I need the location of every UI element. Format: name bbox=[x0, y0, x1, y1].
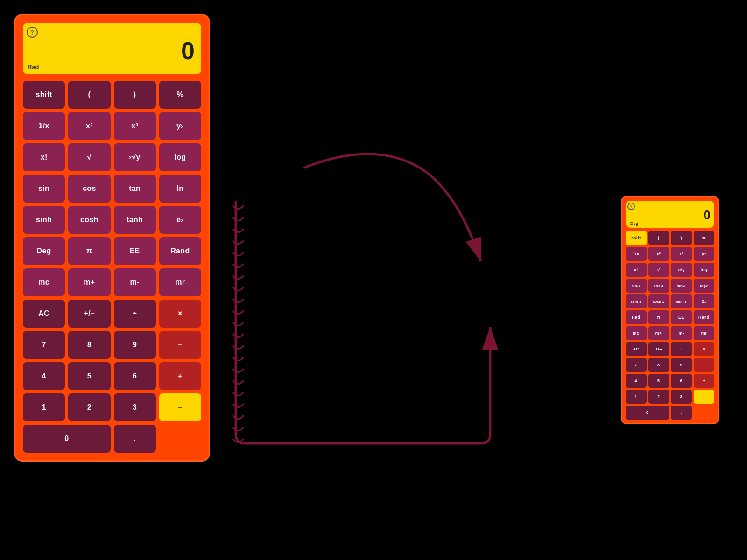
btn-five[interactable]: 5 bbox=[68, 362, 110, 390]
btn-exp[interactable]: ex bbox=[159, 206, 201, 234]
s-btn-mr[interactable]: mr bbox=[694, 326, 715, 340]
s-btn-xrooty[interactable]: x√y bbox=[671, 263, 692, 277]
btn-sin[interactable]: sin bbox=[23, 175, 65, 203]
s-btn-arctanh[interactable]: tanh-1 bbox=[671, 294, 692, 308]
s-btn-arccosh[interactable]: cosh-1 bbox=[648, 294, 669, 308]
s-btn-equals[interactable]: = bbox=[694, 390, 715, 404]
s-btn-reciprocal[interactable]: 1/x bbox=[626, 247, 647, 261]
s-btn-four[interactable]: 4 bbox=[626, 374, 647, 388]
s-btn-pi[interactable]: π bbox=[648, 310, 669, 324]
help-icon-small[interactable]: ? bbox=[627, 203, 635, 210]
s-btn-minus[interactable]: – bbox=[694, 358, 715, 372]
s-btn-seven[interactable]: 7 bbox=[626, 358, 647, 372]
btn-reciprocal[interactable]: 1/x bbox=[23, 112, 65, 140]
btn-cos[interactable]: cos bbox=[68, 175, 110, 203]
s-btn-cube[interactable]: x³ bbox=[671, 247, 692, 261]
btn-nine[interactable]: 9 bbox=[114, 331, 156, 359]
btn-sqrt[interactable]: √ bbox=[68, 143, 110, 171]
s-btn-mplus[interactable]: m+ bbox=[648, 326, 669, 340]
s-btn-six[interactable]: 6 bbox=[671, 374, 692, 388]
btn-power-y[interactable]: yx bbox=[159, 112, 201, 140]
s-btn-ee[interactable]: EE bbox=[671, 310, 692, 324]
btn-percent[interactable]: % bbox=[159, 81, 201, 109]
s-btn-ac[interactable]: AC bbox=[626, 342, 647, 356]
btn-open-paren[interactable]: ( bbox=[68, 81, 110, 109]
btn-factorial[interactable]: x! bbox=[23, 143, 65, 171]
s-btn-five[interactable]: 5 bbox=[648, 374, 669, 388]
btn-close-paren[interactable]: ) bbox=[114, 81, 156, 109]
button-grid-small: shift ( ) % 1/x x² x³ yx x! √ x√y log si… bbox=[626, 231, 714, 420]
btn-divide[interactable]: ÷ bbox=[114, 300, 156, 328]
btn-cube[interactable]: x³ bbox=[114, 112, 156, 140]
s-btn-one[interactable]: 1 bbox=[626, 390, 647, 404]
btn-xrooty[interactable]: x√y bbox=[114, 143, 156, 171]
s-btn-arcsinh[interactable]: sinh-1 bbox=[626, 294, 647, 308]
top-curve-arrow bbox=[303, 154, 481, 261]
s-btn-divide[interactable]: ÷ bbox=[671, 342, 692, 356]
squiggly-arrows bbox=[233, 205, 244, 442]
s-btn-log[interactable]: log bbox=[694, 263, 715, 277]
btn-pi[interactable]: π bbox=[68, 237, 110, 265]
s-btn-eight[interactable]: 8 bbox=[648, 358, 669, 372]
btn-one[interactable]: 1 bbox=[23, 393, 65, 421]
btn-multiply[interactable]: × bbox=[159, 300, 201, 328]
btn-tan[interactable]: tan bbox=[114, 175, 156, 203]
s-btn-three[interactable]: 3 bbox=[671, 390, 692, 404]
btn-eight[interactable]: 8 bbox=[68, 331, 110, 359]
s-btn-arcsin[interactable]: sin-1 bbox=[626, 279, 647, 293]
btn-six[interactable]: 6 bbox=[114, 362, 156, 390]
btn-zero[interactable]: 0 bbox=[23, 425, 111, 453]
s-btn-decimal[interactable]: . bbox=[671, 406, 692, 420]
btn-mplus[interactable]: m+ bbox=[68, 268, 110, 296]
btn-four[interactable]: 4 bbox=[23, 362, 65, 390]
btn-mc[interactable]: mc bbox=[23, 268, 65, 296]
s-btn-rad[interactable]: Rad bbox=[626, 310, 647, 324]
s-btn-mminus[interactable]: m- bbox=[671, 326, 692, 340]
s-btn-close-paren[interactable]: ) bbox=[671, 231, 692, 245]
s-btn-mc[interactable]: mc bbox=[626, 326, 647, 340]
btn-sinh[interactable]: sinh bbox=[23, 206, 65, 234]
s-btn-sign[interactable]: +/– bbox=[648, 342, 669, 356]
btn-equals[interactable]: = bbox=[159, 393, 201, 421]
s-btn-shift[interactable]: shift bbox=[626, 231, 647, 245]
btn-two[interactable]: 2 bbox=[68, 393, 110, 421]
s-btn-zero[interactable]: 0 bbox=[626, 406, 669, 420]
s-btn-square[interactable]: x² bbox=[648, 247, 669, 261]
s-btn-open-paren[interactable]: ( bbox=[648, 231, 669, 245]
s-btn-multiply[interactable]: × bbox=[694, 342, 715, 356]
calculator-small: ? 0 Deg shift ( ) % 1/x x² x³ yx x! √ x√… bbox=[621, 196, 719, 424]
btn-square[interactable]: x² bbox=[68, 112, 110, 140]
btn-log[interactable]: log bbox=[159, 143, 201, 171]
s-btn-power-y[interactable]: yx bbox=[694, 247, 715, 261]
s-btn-arctan[interactable]: tan-1 bbox=[671, 279, 692, 293]
btn-rand[interactable]: Rand bbox=[159, 237, 201, 265]
btn-cosh[interactable]: cosh bbox=[68, 206, 110, 234]
s-btn-factorial[interactable]: x! bbox=[626, 263, 647, 277]
btn-ac[interactable]: AC bbox=[23, 300, 65, 328]
btn-sign[interactable]: +/– bbox=[68, 300, 110, 328]
btn-plus[interactable]: + bbox=[159, 362, 201, 390]
btn-minus[interactable]: – bbox=[159, 331, 201, 359]
btn-decimal[interactable]: . bbox=[114, 425, 156, 453]
s-btn-log2[interactable]: log2 bbox=[694, 279, 715, 293]
btn-mr[interactable]: mr bbox=[159, 268, 201, 296]
s-btn-nine[interactable]: 9 bbox=[671, 358, 692, 372]
s-btn-2x[interactable]: 2x bbox=[694, 294, 715, 308]
btn-mminus[interactable]: m- bbox=[114, 268, 156, 296]
s-btn-rand[interactable]: Rand bbox=[694, 310, 715, 324]
display-large: ? 0 Rad bbox=[23, 23, 201, 74]
btn-deg[interactable]: Deg bbox=[23, 237, 65, 265]
s-btn-sqrt[interactable]: √ bbox=[648, 263, 669, 277]
btn-seven[interactable]: 7 bbox=[23, 331, 65, 359]
s-btn-plus[interactable]: + bbox=[694, 374, 715, 388]
btn-ln[interactable]: ln bbox=[159, 175, 201, 203]
s-btn-percent[interactable]: % bbox=[694, 231, 715, 245]
s-btn-two[interactable]: 2 bbox=[648, 390, 669, 404]
btn-shift[interactable]: shift bbox=[23, 81, 65, 109]
btn-three[interactable]: 3 bbox=[114, 393, 156, 421]
btn-ee[interactable]: EE bbox=[114, 237, 156, 265]
display-small: ? 0 Deg bbox=[626, 201, 714, 228]
help-icon-large[interactable]: ? bbox=[27, 27, 38, 38]
s-btn-arccos[interactable]: cos-1 bbox=[648, 279, 669, 293]
btn-tanh[interactable]: tanh bbox=[114, 206, 156, 234]
